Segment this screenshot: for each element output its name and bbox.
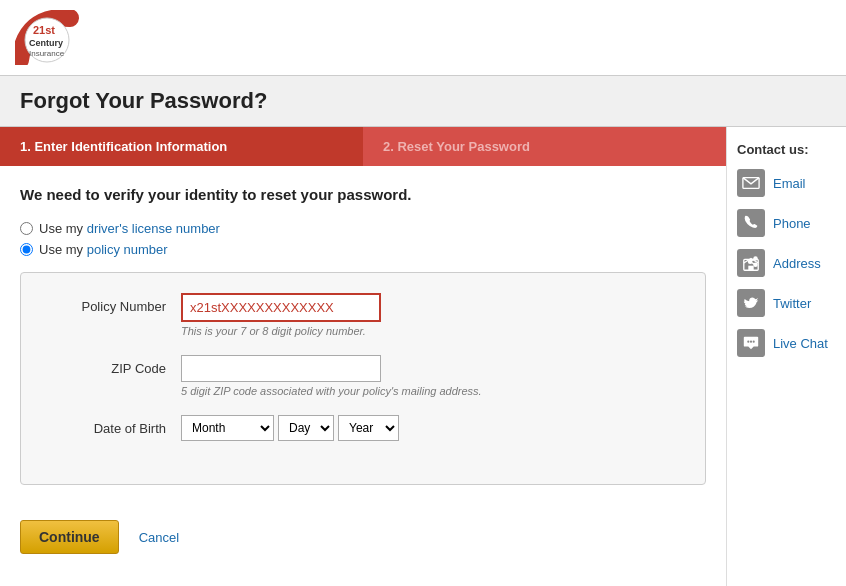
dob-input-wrap: Month JanuaryFebruaryMarch AprilMayJune … [181,415,675,441]
twitter-icon [737,289,765,317]
form-box: Policy Number This is your 7 or 8 digit … [20,272,706,485]
chat-icon [737,329,765,357]
chat-svg [742,334,760,352]
zip-code-row: ZIP Code 5 digit ZIP code associated wit… [51,355,675,397]
svg-point-14 [753,341,755,343]
policy-number-hint: This is your 7 or 8 digit policy number. [181,325,675,337]
livechat-link[interactable]: Live Chat [773,336,828,351]
email-link[interactable]: Email [773,176,806,191]
zip-code-label: ZIP Code [51,355,181,376]
twitter-link[interactable]: Twitter [773,296,811,311]
policy-number-row: Policy Number This is your 7 or 8 digit … [51,293,675,337]
content-area: 1. Enter Identification Information 2. R… [0,127,726,586]
radio-policy-number[interactable]: Use my policy number [20,242,706,257]
contact-email-item[interactable]: Email [737,169,836,197]
logo-icon: 21st Century Insurance [15,10,85,65]
policy-number-link[interactable]: policy number [87,242,168,257]
policy-number-label: Policy Number [51,293,181,314]
step-1: 1. Enter Identification Information [0,127,363,166]
day-select[interactable]: Day 1234 5678 9101112 13141516 17181920 … [278,415,334,441]
page-title-bar: Forgot Your Password? [0,76,846,127]
email-svg [742,174,760,192]
main-layout: 1. Enter Identification Information 2. R… [0,127,846,586]
logo-area: 21st Century Insurance [15,10,85,65]
zip-code-input[interactable] [181,355,381,382]
contact-twitter-item[interactable]: Twitter [737,289,836,317]
radio-drivers-label: Use my driver's license number [39,221,220,236]
dob-row: Date of Birth Month JanuaryFebruaryMarch… [51,415,675,441]
svg-rect-6 [748,266,753,271]
continue-button[interactable]: Continue [20,520,119,554]
radio-policy-label: Use my policy number [39,242,168,257]
contact-livechat-item[interactable]: Live Chat [737,329,836,357]
zip-code-hint: 5 digit ZIP code associated with your po… [181,385,675,397]
cancel-link[interactable]: Cancel [139,530,179,545]
phone-svg [742,214,760,232]
policy-number-input[interactable] [181,293,381,322]
dob-label: Date of Birth [51,415,181,436]
page-title: Forgot Your Password? [20,88,826,114]
phone-link[interactable]: Phone [773,216,811,231]
address-svg [742,254,760,272]
content-body: We need to verify your identity to reset… [0,166,726,505]
phone-icon [737,209,765,237]
svg-text:21st: 21st [33,24,55,36]
radio-policy-input[interactable] [20,243,33,256]
contact-title: Contact us: [737,142,836,157]
zip-code-input-wrap: 5 digit ZIP code associated with your po… [181,355,675,397]
email-icon [737,169,765,197]
radio-drivers-input[interactable] [20,222,33,235]
svg-text:Insurance: Insurance [29,49,65,58]
svg-point-13 [750,341,752,343]
step-2-label: 2. Reset Your Password [383,139,530,154]
address-icon [737,249,765,277]
twitter-svg [742,294,760,312]
contact-phone-item[interactable]: Phone [737,209,836,237]
action-bar: Continue Cancel [0,505,726,569]
header: 21st Century Insurance [0,0,846,76]
svg-point-12 [747,341,749,343]
step-1-label: 1. Enter Identification Information [20,139,227,154]
date-selects: Month JanuaryFebruaryMarch AprilMayJune … [181,415,675,441]
radio-drivers-license[interactable]: Use my driver's license number [20,221,706,236]
year-select[interactable]: Year 194019501960 197019801990 200020052… [338,415,399,441]
drivers-license-link[interactable]: driver's license number [87,221,220,236]
month-select[interactable]: Month JanuaryFebruaryMarch AprilMayJune … [181,415,274,441]
contact-address-item[interactable]: Address [737,249,836,277]
sidebar: Contact us: Email Phone [726,127,846,586]
address-link[interactable]: Address [773,256,821,271]
verify-message: We need to verify your identity to reset… [20,186,706,203]
step-bar: 1. Enter Identification Information 2. R… [0,127,726,166]
policy-number-input-wrap: This is your 7 or 8 digit policy number. [181,293,675,337]
step-2: 2. Reset Your Password [363,127,726,166]
svg-text:Century: Century [29,38,63,48]
